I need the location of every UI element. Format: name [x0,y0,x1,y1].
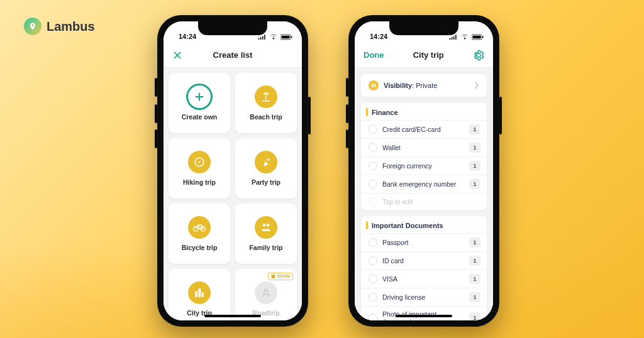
checkbox-icon[interactable] [369,293,377,302]
checkbox-icon[interactable] [369,256,377,265]
checklist-item[interactable]: Photo of important documents 1 [361,306,487,320]
checkbox-icon[interactable] [369,275,377,283]
nav-title: Create list [213,50,253,60]
checklist-item[interactable]: Wallet 1 [361,138,487,156]
checkbox-icon[interactable] [369,313,377,320]
checkbox-icon[interactable] [369,161,377,170]
section-title: Important Documents [361,216,487,233]
chevron-right-icon [474,82,479,89]
card-label: Party trip [252,178,280,186]
gear-icon [473,50,484,61]
checklist-item[interactable]: VISA 1 [361,270,487,288]
clock: 14:24 [179,33,196,40]
plus-icon [188,85,211,108]
checklist-item-count: 1 [469,179,480,189]
phone-notch [198,21,267,35]
checklist-item-count: 1 [469,161,480,171]
brand-name: Lambus [47,19,95,34]
checklist-item-label: Bank emergency number [382,180,456,188]
road-icon [255,281,277,304]
home-indicator [396,315,452,317]
checklist-item-label: Passport [382,239,408,246]
soon-badge: ▦ SOON [268,273,293,280]
city-icon [188,281,211,304]
list-template-card[interactable]: Party trip [235,138,297,199]
checkbox-icon [369,197,377,206]
placeholder-label: Tap to edit [382,198,413,205]
background-wave [0,112,644,338]
settings-button[interactable] [473,50,484,61]
checklist-item-count: 1 [469,313,480,320]
checklist-item[interactable]: Passport 1 [361,233,487,251]
card-label: Create own [182,113,218,121]
svg-rect-9 [473,36,481,39]
clock: 14:24 [370,33,387,40]
list-template-card: ▦ SOONRoadtrip [235,269,297,320]
visibility-row[interactable]: Visibility: Private [361,74,487,97]
checklist-item-label: VISA [382,275,397,283]
checklist-item[interactable]: ID card 1 [361,251,487,270]
list-template-card[interactable]: Beach trip [235,73,297,133]
navbar-create-list: Create list [164,43,302,68]
checklist-item-count: 1 [469,292,480,302]
checkbox-icon[interactable] [369,143,377,152]
visibility-label: Visibility: Private [384,82,437,89]
lambus-logo-icon [24,18,42,35]
close-button[interactable] [172,50,182,60]
checklist-item-label: Credit card/EC-card [382,126,441,133]
card-grid-container: Create ownBeach tripHiking tripParty tri… [164,68,302,320]
list-template-card[interactable]: Bicycle trip [169,204,230,264]
done-button[interactable]: Done [364,50,384,60]
section-title: Finance [361,103,487,120]
list-template-card[interactable]: Create own [169,73,230,133]
card-label: Beach trip [250,113,282,121]
checkbox-icon[interactable] [369,238,377,247]
checklist-item[interactable]: Credit card/EC-card 1 [361,120,487,138]
card-label: Bicycle trip [182,244,218,251]
checklist-item[interactable]: Foreign currency 1 [361,156,487,175]
checklist-item[interactable]: Driving license 1 [361,288,487,306]
checklist-item-label: Foreign currency [382,162,432,170]
wifi-icon [460,34,469,40]
tap-to-edit-row[interactable]: Tap to edit [361,193,487,210]
beach-icon [255,85,277,108]
bike-icon [188,216,211,239]
checklist-section: Important Documents Passport 1 ID card 1… [361,216,487,320]
checklist-item-count: 1 [469,256,480,266]
status-icons [258,34,293,40]
home-indicator [204,315,261,317]
checklist-item[interactable]: Bank emergency number 1 [361,175,487,193]
phone-create-list: 14:24 Create list Create ownBeach tripHi… [157,15,308,327]
party-icon [255,151,277,173]
svg-rect-1 [282,36,290,39]
checklist-item-label: Wallet [382,144,401,151]
svg-rect-2 [291,36,292,38]
svg-point-7 [267,224,270,227]
phone-notch [389,21,458,35]
card-label: Family trip [249,244,282,251]
battery-icon [280,34,293,40]
list-template-card[interactable]: City trip [169,269,230,320]
list-content: Visibility: Private Finance Credit card/… [355,68,493,320]
list-template-card[interactable]: Hiking trip [169,138,230,199]
visibility-icon [369,80,379,90]
svg-point-6 [263,224,266,227]
brand: Lambus [24,18,95,35]
checklist-item-label: ID card [382,257,404,264]
checkbox-icon[interactable] [369,180,377,188]
compass-icon [188,151,211,173]
checklist-item-count: 1 [469,124,480,134]
card-label: Hiking trip [183,178,216,186]
checklist-item-count: 1 [469,274,480,284]
battery-icon [472,34,484,40]
checklist-item-count: 1 [469,237,480,248]
svg-rect-10 [482,36,484,38]
checkbox-icon[interactable] [369,125,377,134]
status-icons [449,34,484,40]
family-icon [255,216,277,239]
checklist-section: Finance Credit card/EC-card 1 Wallet 1 F… [361,103,487,210]
list-template-card[interactable]: Family trip [235,204,297,264]
checklist-item-label: Driving license [382,293,425,301]
navbar-city-trip: Done City trip [355,43,493,68]
phone-city-trip: 14:24 Done City trip Visibility: Private [348,15,499,327]
